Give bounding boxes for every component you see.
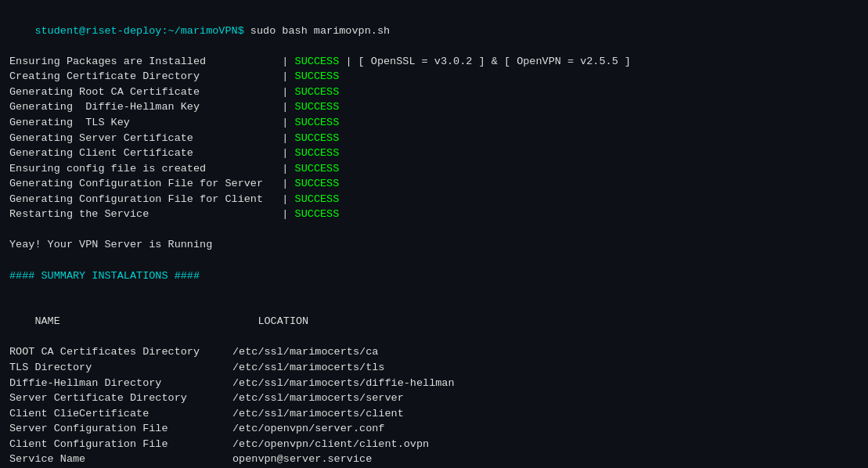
status-success: SUCCESS — [295, 86, 340, 98]
output-line: Restarting the Service | SUCCESS — [9, 207, 859, 222]
blank-line-2 — [9, 253, 859, 268]
output-line: Generating Client Certificate | SUCCESS — [9, 146, 859, 161]
command-text: sudo bash marimovpn.sh — [244, 25, 390, 37]
summary-row: Server Configuration File /etc/openvpn/s… — [9, 421, 859, 437]
summary-table: ROOT CA Certificates Directory/etc/ssl/m… — [9, 344, 859, 467]
row-location: /etc/openvpn/server.conf — [232, 423, 384, 434]
line-text: Generating Root CA Certificate — [9, 86, 276, 98]
command-line: student@riset-deploy:~/marimoVPN$ sudo b… — [9, 8, 859, 54]
row-location: /etc/ssl/marimocerts/tls — [232, 362, 384, 373]
row-name: Server Configuration File — [9, 421, 232, 437]
line-text: Generating TLS Key — [9, 117, 276, 128]
blank-line-1 — [9, 222, 859, 238]
pipe: | — [276, 132, 294, 144]
output-line: Generating Diffie-Hellman Key | SUCCESS — [9, 99, 859, 115]
status-success: SUCCESS — [295, 208, 340, 220]
line-text: Generating Configuration File for Server — [9, 178, 276, 189]
row-name: ROOT CA Certificates Directory — [9, 344, 232, 360]
output-line: Generating Root CA Certificate | SUCCESS — [9, 85, 859, 100]
row-name: Diffie-Hellman Directory — [9, 376, 232, 391]
output-line: Generating TLS Key | SUCCESS — [9, 115, 859, 131]
status-success: SUCCESS — [295, 56, 340, 67]
col-name-header: NAME — [34, 314, 258, 329]
status-success: SUCCESS — [295, 178, 340, 189]
summary-row: Client ClieCertificate /etc/ssl/marimoce… — [9, 406, 859, 422]
output-line: Generating Server Certificate | SUCCESS — [9, 131, 859, 146]
status-success: SUCCESS — [295, 132, 340, 144]
summary-row: Client Configuration File /etc/openvpn/c… — [9, 437, 859, 452]
summary-row: Diffie-Hellman Directory /etc/ssl/marimo… — [9, 376, 859, 391]
line-text: Ensuring config file is created — [9, 163, 276, 175]
pipe: | — [276, 163, 294, 175]
pipe: | — [276, 178, 294, 189]
status-success: SUCCESS — [295, 163, 340, 175]
row-location: /etc/ssl/marimocerts/ca — [232, 346, 378, 358]
row-location: /etc/openvpn/client/client.ovpn — [232, 438, 429, 450]
extra-info: | [ OpenSSL = v3.0.2 ] & [ OpenVPN = v2.… — [339, 56, 631, 67]
col-loc-header: LOCATION — [258, 315, 308, 327]
row-location: openvpn@server.service — [232, 453, 372, 465]
blank-line-3 — [9, 283, 859, 299]
pipe: | — [276, 86, 294, 98]
row-name: Client Configuration File — [9, 437, 232, 452]
pipe: | — [276, 56, 294, 67]
summary-row: ROOT CA Certificates Directory/etc/ssl/m… — [9, 344, 859, 360]
row-name: Service Name — [9, 452, 232, 467]
output-line: Creating Certificate Directory | SUCCESS — [9, 69, 859, 85]
row-name: Server Certificate Directory — [9, 391, 232, 406]
line-text: Creating Certificate Directory — [9, 70, 276, 82]
summary-row: Service Name openvpn@server.service — [9, 452, 859, 467]
line-text: Restarting the Service — [9, 208, 276, 220]
status-success: SUCCESS — [295, 101, 340, 113]
terminal-window: student@riset-deploy:~/marimoVPN$ sudo b… — [0, 0, 868, 468]
row-name: TLS Directory — [9, 360, 232, 376]
pipe: | — [276, 101, 294, 113]
line-text: Ensuring Packages are Installed — [9, 56, 276, 67]
pipe: | — [276, 208, 294, 220]
line-text: Generating Diffie-Hellman Key — [9, 101, 276, 113]
pipe: | — [276, 117, 294, 128]
status-success: SUCCESS — [295, 117, 340, 128]
row-location: /etc/ssl/marimocerts/client — [232, 408, 404, 419]
summary-row: Server Certificate Directory/etc/ssl/mar… — [9, 391, 859, 406]
pipe: | — [276, 193, 294, 205]
prompt: student@riset-deploy:~/marimoVPN$ — [34, 25, 243, 37]
status-success: SUCCESS — [295, 70, 340, 82]
output-line: Ensuring config file is created | SUCCES… — [9, 161, 859, 177]
output-line: Ensuring Packages are Installed | SUCCES… — [9, 54, 859, 70]
output-line: Generating Configuration File for Server… — [9, 176, 859, 192]
row-location: /etc/ssl/marimocerts/server — [232, 392, 404, 404]
summary-row: TLS Directory /etc/ssl/marimocerts/tls — [9, 360, 859, 376]
status-success: SUCCESS — [295, 193, 340, 205]
pipe: | — [276, 147, 294, 159]
row-name: Client ClieCertificate — [9, 406, 232, 422]
output-line: Generating Configuration File for Client… — [9, 192, 859, 207]
status-success: SUCCESS — [295, 147, 340, 159]
row-location: /etc/ssl/marimocerts/diffie-hellman — [232, 377, 455, 389]
line-text: Generating Configuration File for Client — [9, 193, 276, 205]
summary-header: #### SUMMARY INSTALATIONS #### — [9, 268, 859, 284]
output-section: Ensuring Packages are Installed | SUCCES… — [9, 54, 859, 222]
line-text: Generating Server Certificate — [9, 132, 276, 144]
pipe: | — [276, 70, 294, 82]
summary-col-headers: NAMELOCATION — [9, 299, 859, 345]
line-text: Generating Client Certificate — [9, 147, 276, 159]
success-message: Yeay! Your VPN Server is Running — [9, 237, 859, 253]
